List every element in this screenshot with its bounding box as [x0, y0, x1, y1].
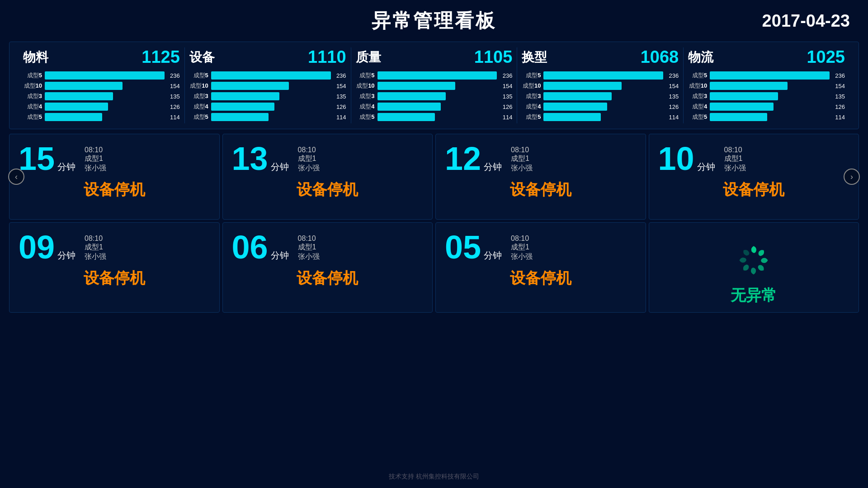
stat-title-logistics: 物流 [688, 49, 713, 66]
footer-text: 技术支持 杭州集控科技有限公司 [389, 473, 479, 480]
nav-right-arrow[interactable]: › [844, 169, 860, 185]
card-minutes: 12 [445, 142, 481, 175]
bar-fill [710, 103, 773, 111]
bar-container [710, 71, 830, 80]
bar-value: 114 [167, 114, 180, 121]
card-min-label: 分钟 [271, 161, 289, 173]
cards-row-2: 09分钟08:10成型1张小强设备停机06分钟08:10成型1张小强设备停机05… [9, 222, 859, 313]
bar-row: 成型3135 [23, 92, 180, 100]
bar-label: 成型3 [688, 92, 707, 100]
bar-row: 成型4126 [688, 103, 845, 111]
stat-title-material: 物料 [23, 49, 48, 66]
bar-fill [45, 82, 123, 90]
bar-row: 成型5114 [189, 113, 346, 121]
bar-row: 成型5236 [522, 71, 679, 80]
stat-header-logistics: 物流1025 [688, 47, 845, 67]
bar-row: 成型5114 [688, 113, 845, 121]
card-min-label: 分钟 [697, 161, 715, 173]
card-top: 12分钟08:10成型1张小强 [445, 142, 637, 175]
bar-label: 成型10 [356, 82, 375, 90]
anomaly-card: 15分钟08:10成型1张小强设备停机 [9, 134, 220, 220]
card-time: 08:10 [511, 146, 529, 154]
bar-row: 成型5114 [356, 113, 513, 121]
bar-fill [211, 71, 331, 80]
bar-fill [211, 113, 269, 121]
bar-value: 135 [832, 93, 845, 100]
bar-container [543, 71, 663, 80]
card-person: 张小强 [85, 252, 106, 262]
bar-container [710, 92, 830, 100]
bar-fill [543, 92, 612, 100]
bar-row: 成型5114 [522, 113, 679, 121]
bar-label: 成型5 [189, 71, 208, 80]
bar-container [377, 92, 497, 100]
card-time-block: 13分钟 [232, 142, 289, 175]
bar-value: 126 [167, 103, 180, 110]
card-top: 05分钟08:10成型1张小强 [445, 231, 637, 263]
bar-fill [211, 92, 279, 100]
card-min-label: 分钟 [57, 249, 75, 262]
bar-container [211, 71, 331, 80]
stat-header-quality: 质量1105 [356, 47, 513, 67]
bar-row: 成型5236 [23, 71, 180, 80]
bar-label: 成型10 [23, 82, 42, 90]
card-time-block: 05分钟 [445, 231, 502, 263]
bar-container [45, 82, 165, 90]
bar-row: 成型10154 [189, 82, 346, 90]
card-line: 成型1 [724, 154, 743, 164]
bar-row: 成型5114 [23, 113, 180, 121]
bar-value: 126 [500, 103, 512, 110]
card-info: 08:10成型1张小强 [511, 142, 533, 173]
bar-value: 154 [334, 83, 346, 89]
bar-value: 154 [500, 83, 512, 89]
bar-value: 114 [500, 114, 512, 121]
bar-fill [543, 113, 601, 121]
bar-fill [377, 92, 446, 100]
bar-container [45, 71, 165, 80]
stat-header-equipment: 设备1110 [189, 47, 346, 67]
stat-total-changeover: 1068 [641, 47, 679, 67]
spinner-icon [733, 240, 774, 281]
bar-fill [543, 71, 663, 80]
card-min-label: 分钟 [484, 161, 502, 173]
card-minutes: 10 [658, 142, 694, 175]
stat-section-equipment: 设备1110成型5236成型10154成型3135成型4126成型5114 [185, 47, 351, 123]
anomaly-card: 无异常 [649, 222, 859, 313]
bar-value: 126 [832, 103, 845, 110]
bar-container [211, 113, 331, 121]
bar-value: 236 [666, 72, 679, 79]
bar-container [377, 71, 497, 80]
card-person: 张小强 [298, 252, 320, 262]
cards-row-1: ‹ › 15分钟08:10成型1张小强设备停机13分钟08:10成型1张小强设备… [9, 134, 859, 220]
bar-fill [710, 71, 830, 80]
bar-row: 成型3135 [522, 92, 679, 100]
bar-container [543, 92, 663, 100]
stat-header-changeover: 换型1068 [522, 47, 679, 67]
bar-label: 成型5 [688, 113, 707, 121]
card-person: 张小强 [724, 164, 746, 173]
bar-row: 成型4126 [189, 103, 346, 111]
bar-value: 114 [334, 114, 346, 121]
card-time-block: 12分钟 [445, 142, 502, 175]
bar-value: 114 [666, 114, 679, 121]
bar-container [45, 92, 165, 100]
bar-container [211, 103, 331, 111]
nav-left-arrow[interactable]: ‹ [8, 169, 24, 185]
card-time: 08:10 [298, 146, 316, 154]
bar-container [45, 103, 165, 111]
bar-label: 成型3 [522, 92, 541, 100]
card-line: 成型1 [85, 243, 103, 252]
card-min-label: 分钟 [484, 249, 502, 262]
anomaly-card: 05分钟08:10成型1张小强设备停机 [435, 222, 646, 313]
card-top: 09分钟08:10成型1张小强 [19, 231, 210, 263]
bar-label: 成型5 [356, 71, 375, 80]
card-status-alert: 设备停机 [232, 179, 424, 200]
bar-container [543, 103, 663, 111]
bar-container [211, 82, 331, 90]
bar-label: 成型3 [356, 92, 375, 100]
bar-row: 成型10154 [522, 82, 679, 90]
bar-row: 成型5236 [356, 71, 513, 80]
card-status-alert: 设备停机 [19, 179, 210, 200]
bar-container [211, 92, 331, 100]
card-info: 08:10成型1张小强 [724, 142, 746, 173]
